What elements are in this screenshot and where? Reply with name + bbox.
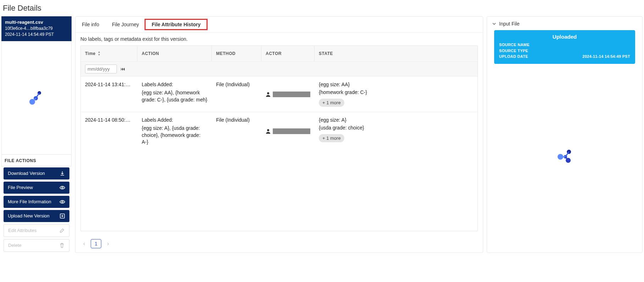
chevron-left-icon: ‹ [83,240,85,247]
time-filter-input[interactable] [85,65,117,73]
app-logo-icon [555,146,575,166]
tab-file-attribute-history[interactable]: File Attribute History [145,17,207,32]
no-metadata-notice: No labels, tags or metadata exist for th… [75,33,483,45]
svg-point-6 [62,201,63,203]
person-icon [266,92,271,97]
eye-icon [60,199,65,205]
eye-icon [60,185,65,190]
column-header-action[interactable]: ACTION [137,46,212,61]
download-icon [60,171,65,176]
table-row: 2024-11-14 13:41:0… Labels Added: {egg s… [81,76,478,112]
person-icon [266,129,271,134]
cell-action: Labels Added: {egg size: AA}, {homework … [137,82,212,107]
upload-date-value: 2024-11-14 14:54:49 PST [582,54,630,60]
tabs: File info File Journey File Attribute Hi… [75,17,483,33]
download-version-button[interactable]: Download Version [4,167,69,179]
logo-area [1,41,72,155]
chevron-right-icon: › [107,240,109,247]
sidebar: multi-reagent.csv 10f3e6ce-4…b8fbaa3c79 … [1,16,72,253]
svg-point-8 [267,92,269,94]
cell-time: 2024-11-14 08:50:1… [81,117,137,146]
prev-page-button[interactable]: ‹ [80,239,88,248]
cell-state: {egg size: A} {usda grade: choice} + 1 m… [315,117,478,146]
column-header-time[interactable]: Time ▲▼ [81,46,137,61]
app-logo-icon [27,88,46,107]
file-hash: 10f3e6ce-4…b8fbaa3c79 [5,26,68,32]
svg-point-5 [62,187,63,188]
input-file-section-header[interactable]: Input File [492,21,637,30]
column-header-method[interactable]: METHOD [212,46,261,61]
cell-actor [261,82,315,107]
clear-filter-icon: ⏮ [120,66,125,72]
right-logo-area [492,64,637,248]
cell-time: 2024-11-14 13:41:0… [81,82,137,107]
column-header-state[interactable]: STATE [315,46,478,61]
svg-point-9 [267,129,269,131]
upload-date-label: UPLOAD DATE [499,54,528,60]
cell-actor [261,117,315,146]
sort-icon: ▲▼ [98,51,101,56]
cell-method: File (Individual) [212,82,261,107]
next-page-button[interactable]: › [104,239,112,248]
table-row: 2024-11-14 08:50:1… Labels Added: {egg s… [81,112,478,151]
trash-icon [59,243,65,248]
uploaded-card: Uploaded SOURCE NAME SOURCE TYPE UPLOAD … [494,30,635,64]
tab-file-journey[interactable]: File Journey [106,17,145,32]
pagination: ‹ 1 › [75,235,483,253]
more-states-pill[interactable]: + 1 more [319,134,344,142]
history-table: Time ▲▼ ACTION METHOD ACTOR STATE ⏮ 202 [80,45,478,231]
cell-state: {egg size: AA} {homework grade: C-} + 1 … [315,82,478,107]
file-preview-button[interactable]: File Preview [4,182,69,194]
tab-file-info[interactable]: File info [75,17,106,32]
cell-action: Labels Added: {egg size: A}, {usda grade… [137,117,212,146]
more-file-information-button[interactable]: More File Information [4,196,69,208]
right-panel: Input File Uploaded SOURCE NAME SOURCE T… [487,16,643,253]
file-actions-header: FILE ACTIONS [1,155,72,166]
file-summary-card: multi-reagent.csv 10f3e6ce-4…b8fbaa3c79 … [1,16,72,41]
actor-redacted [273,92,310,97]
edit-attributes-button: Edit Attributes [4,224,69,237]
uploaded-title: Uploaded [499,34,630,40]
upload-new-version-button[interactable]: Upload New Version [4,210,69,222]
file-timestamp: 2024-11-14 14:54:49 PST [5,32,68,38]
source-type-label: SOURCE TYPE [499,48,528,54]
clear-filter-button[interactable]: ⏮ [118,66,128,72]
page-title: File Details [0,0,644,16]
chevron-down-icon [492,22,496,26]
main-panel: File info File Journey File Attribute Hi… [75,16,483,253]
more-states-pill[interactable]: + 1 more [319,99,344,107]
actor-redacted [273,128,310,134]
edit-icon [59,228,65,233]
delete-button: Delete [4,239,69,252]
plus-square-icon [60,213,65,219]
source-name-label: SOURCE NAME [499,42,530,48]
cell-method: File (Individual) [212,117,261,146]
page-number-button[interactable]: 1 [91,239,101,248]
column-header-actor[interactable]: ACTOR [261,46,315,61]
file-name: multi-reagent.csv [5,19,68,26]
